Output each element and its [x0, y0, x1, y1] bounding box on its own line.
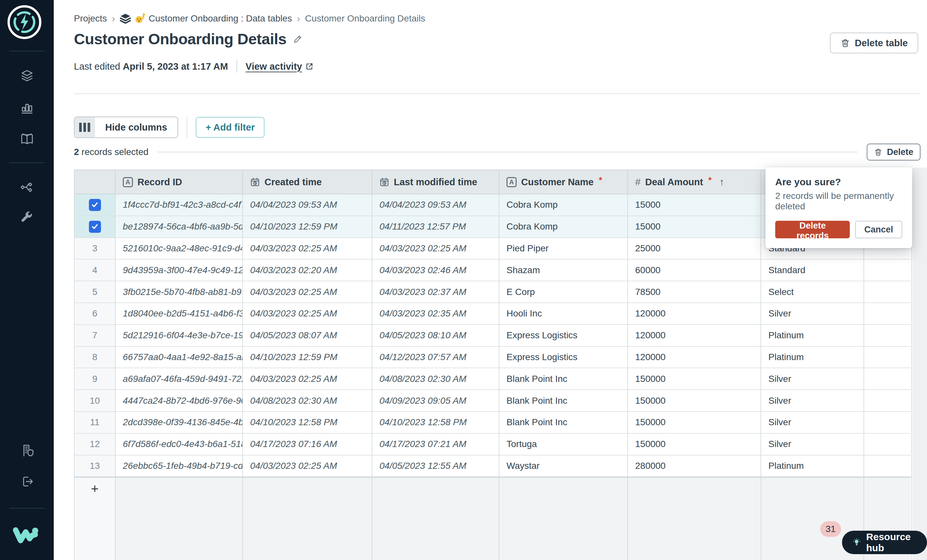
tier-cell[interactable]: Standard: [761, 260, 864, 281]
tier-cell[interactable]: Silver: [761, 412, 864, 434]
trailing-cell[interactable]: [864, 434, 911, 455]
deal-amount-cell[interactable]: 150000: [628, 368, 761, 390]
row-selector-cell[interactable]: 4: [74, 260, 115, 281]
row-selector-cell[interactable]: 13: [74, 455, 115, 477]
deal-amount-cell[interactable]: 120000: [628, 347, 761, 369]
edit-pencil-icon[interactable]: [293, 34, 302, 44]
customer-name-cell[interactable]: Blank Point Inc: [499, 412, 628, 434]
record-id-cell[interactable]: 5216010c-9aa2-48ec-91c9-d46: [115, 238, 243, 260]
trailing-cell[interactable]: [864, 390, 911, 412]
sidebar-item-recipes[interactable]: [20, 180, 35, 195]
record-id-cell[interactable]: be128974-56ca-4bf6-aa9b-5d8: [115, 216, 243, 238]
modified-time-cell[interactable]: 04/03/2023 02:46 AM: [372, 260, 499, 281]
trailing-cell[interactable]: [864, 412, 911, 434]
row-checkbox-checked[interactable]: [89, 221, 101, 233]
created-time-cell[interactable]: 04/10/2023 12:59 PM: [243, 347, 372, 369]
trailing-cell[interactable]: [864, 368, 911, 390]
row-selector-cell[interactable]: 8: [74, 347, 115, 369]
record-id-cell[interactable]: 9d43959a-3f00-47e4-9c49-129: [115, 260, 243, 281]
sidebar-item-tools[interactable]: [20, 210, 35, 225]
modified-time-cell[interactable]: 04/12/2023 07:57 AM: [372, 347, 499, 369]
sidebar-item-dashboard[interactable]: [20, 100, 35, 115]
created-time-cell[interactable]: 04/03/2023 02:25 AM: [243, 281, 372, 303]
customer-name-cell[interactable]: E Corp: [499, 281, 628, 303]
cancel-button[interactable]: Cancel: [855, 221, 902, 238]
trailing-cell[interactable]: [864, 260, 911, 281]
deal-amount-cell[interactable]: 150000: [628, 434, 761, 455]
row-selector-cell[interactable]: 12: [74, 434, 115, 455]
trailing-cell[interactable]: [864, 303, 911, 325]
add-record-button[interactable]: +: [74, 478, 115, 560]
delete-records-button[interactable]: Delete records: [775, 221, 850, 238]
tier-cell[interactable]: Platinum: [761, 347, 864, 369]
record-id-cell[interactable]: 1d8040ee-b2d5-4151-a4b6-f3: [115, 303, 243, 325]
record-id-cell[interactable]: 26ebbc65-1feb-49b4-b719-cd: [115, 455, 243, 477]
app-logo[interactable]: [8, 5, 41, 39]
customer-name-cell[interactable]: Express Logistics: [499, 347, 628, 369]
created-time-cell[interactable]: 04/03/2023 02:25 AM: [243, 238, 372, 260]
tier-cell[interactable]: Silver: [761, 303, 864, 325]
delete-table-button[interactable]: Delete table: [830, 33, 918, 53]
created-time-cell[interactable]: 04/17/2023 07:16 AM: [243, 434, 372, 455]
created-time-cell[interactable]: 04/08/2023 02:30 AM: [243, 390, 372, 412]
delete-selected-button[interactable]: Delete: [867, 144, 921, 161]
trailing-cell[interactable]: [864, 455, 911, 477]
record-id-cell[interactable]: 1f4ccc7d-bf91-42c3-a8cd-c4f7: [115, 194, 243, 216]
created-time-cell[interactable]: 04/04/2023 09:53 AM: [243, 194, 372, 216]
deal-amount-cell[interactable]: 280000: [628, 455, 761, 477]
hide-columns-button[interactable]: Hide columns: [74, 117, 178, 138]
tier-cell[interactable]: Platinum: [761, 455, 864, 477]
modified-time-cell[interactable]: 04/05/2023 12:55 AM: [372, 455, 499, 477]
add-filter-button[interactable]: + Add filter: [196, 117, 264, 138]
tier-cell[interactable]: Silver: [761, 434, 864, 455]
deal-amount-cell[interactable]: 120000: [628, 325, 761, 347]
sidebar-item-logout[interactable]: [20, 474, 35, 489]
deal-amount-cell[interactable]: 120000: [628, 303, 761, 325]
customer-name-cell[interactable]: Express Logistics: [499, 325, 628, 347]
record-id-cell[interactable]: 5d212916-6f04-4e3e-b7ce-190: [115, 325, 243, 347]
resource-hub-button[interactable]: Resource hub: [842, 531, 927, 554]
created-time-cell[interactable]: 04/05/2023 08:07 AM: [243, 325, 372, 347]
created-time-cell[interactable]: 04/10/2023 12:59 PM: [243, 216, 372, 238]
breadcrumb-parent-link[interactable]: Customer Onboarding : Data tables: [120, 13, 292, 24]
deal-amount-cell[interactable]: 25000: [628, 238, 761, 260]
column-header-deal-amount[interactable]: # Deal Amount * ↑: [628, 170, 761, 194]
column-header-last-modified[interactable]: Last modified time: [372, 170, 499, 194]
created-time-cell[interactable]: 04/03/2023 02:25 AM: [243, 303, 372, 325]
modified-time-cell[interactable]: 04/09/2023 09:05 AM: [372, 390, 499, 412]
column-header-record-id[interactable]: A Record ID: [115, 170, 243, 194]
deal-amount-cell[interactable]: 150000: [628, 412, 761, 434]
customer-name-cell[interactable]: Cobra Komp: [499, 194, 628, 216]
row-selector-cell[interactable]: 7: [74, 325, 115, 347]
deal-amount-cell[interactable]: 15000: [628, 216, 761, 238]
row-selector-cell[interactable]: 11: [74, 412, 115, 434]
customer-name-cell[interactable]: Waystar: [499, 455, 628, 477]
column-header-customer-name[interactable]: A Customer Name *: [499, 170, 628, 194]
customer-name-cell[interactable]: Shazam: [499, 260, 628, 281]
deal-amount-cell[interactable]: 78500: [628, 281, 761, 303]
modified-time-cell[interactable]: 04/10/2023 12:58 PM: [372, 412, 499, 434]
breadcrumb-projects-link[interactable]: Projects: [74, 13, 107, 24]
sidebar-item-workspace-admin[interactable]: [20, 443, 35, 458]
modified-time-cell[interactable]: 04/03/2023 02:35 AM: [372, 303, 499, 325]
customer-name-cell[interactable]: Blank Point Inc: [499, 390, 628, 412]
tier-cell[interactable]: Platinum: [761, 325, 864, 347]
column-header-created-time[interactable]: Created time: [243, 170, 372, 194]
tier-cell[interactable]: Select: [761, 281, 864, 303]
modified-time-cell[interactable]: 04/03/2023 02:37 AM: [372, 281, 499, 303]
deal-amount-cell[interactable]: 60000: [628, 260, 761, 281]
customer-name-cell[interactable]: Cobra Komp: [499, 216, 628, 238]
modified-time-cell[interactable]: 04/04/2023 09:53 AM: [372, 194, 499, 216]
created-time-cell[interactable]: 04/03/2023 02:25 AM: [243, 368, 372, 390]
modified-time-cell[interactable]: 04/11/2023 12:57 PM: [372, 216, 499, 238]
row-selector-cell[interactable]: 3: [74, 238, 115, 260]
record-id-cell[interactable]: 4447ca24-8b72-4bd6-976e-90: [115, 390, 243, 412]
modified-time-cell[interactable]: 04/03/2023 02:25 AM: [372, 238, 499, 260]
record-id-cell[interactable]: 3fb0215e-5b70-4fb8-ab81-b9: [115, 281, 243, 303]
record-id-cell[interactable]: 66757aa0-4aa1-4e92-8a15-ab: [115, 347, 243, 369]
row-selector-cell[interactable]: 9: [74, 368, 115, 390]
sidebar-item-tables[interactable]: [20, 68, 35, 83]
view-activity-link[interactable]: View activity: [246, 61, 314, 72]
customer-name-cell[interactable]: Pied Piper: [499, 238, 628, 260]
record-id-cell[interactable]: a69afa07-46fa-459d-9491-722: [115, 368, 243, 390]
